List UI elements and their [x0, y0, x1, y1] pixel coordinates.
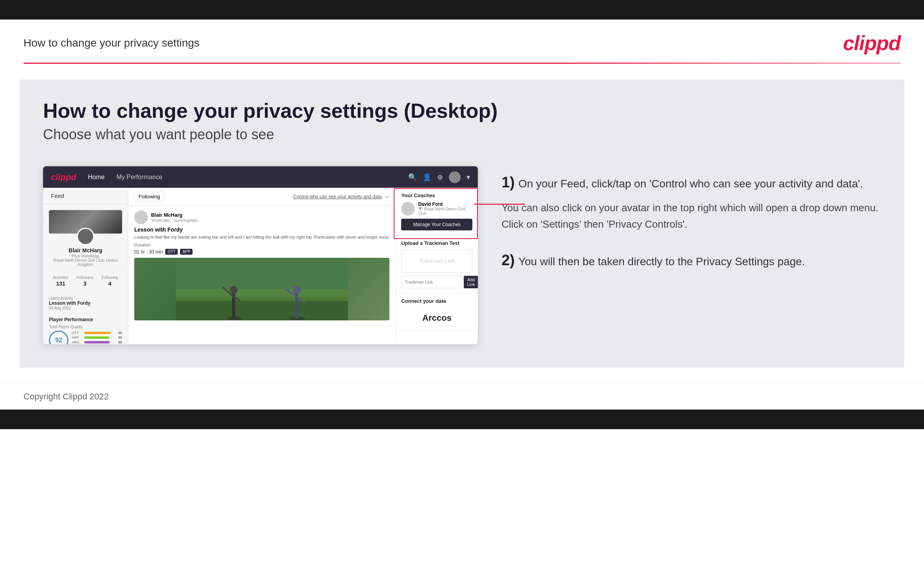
- nav-home[interactable]: Home: [88, 174, 105, 181]
- main-subtitle: Choose what you want people to see: [43, 126, 881, 143]
- stat-following-label: Following: [101, 275, 118, 280]
- page-title: How to change your privacy settings: [23, 37, 200, 49]
- quality-circle: 92: [49, 331, 68, 344]
- coach-item: David Ford 📍 Royal North Devon Golf Club: [401, 201, 472, 216]
- app-body: Feed Blair McHarg Plus Handicap Royal No…: [43, 188, 478, 344]
- feed-tab[interactable]: Feed: [43, 188, 128, 204]
- arrow-right-icon: →: [383, 193, 389, 200]
- trackman-input-row: Add Link: [401, 276, 472, 288]
- search-icon[interactable]: 🔍: [408, 173, 417, 182]
- svg-point-5: [230, 286, 238, 294]
- post-author-avatar: [134, 210, 148, 224]
- main-content: How to change your privacy settings (Des…: [20, 79, 904, 368]
- step1-detail-text: You can also click on your avatar in the…: [501, 200, 881, 232]
- avatar[interactable]: [449, 171, 461, 183]
- post-author-name: Blair McHarg: [151, 212, 198, 218]
- header-divider: [23, 63, 901, 64]
- coach-avatar: [401, 202, 415, 216]
- step1-main-text: On your Feed, click/tap on 'Control who …: [519, 178, 863, 190]
- player-performance: Player Performance Total Player Quality …: [43, 313, 128, 344]
- coach-name: David Ford: [418, 201, 472, 207]
- trackman-section: Upload a Trackman Test Trackman Link Add…: [396, 235, 478, 293]
- svg-marker-14: [523, 203, 525, 205]
- stat-followers-value: 3: [77, 280, 94, 287]
- post-header: Blair McHarg Yesterday · Sunningdale: [134, 210, 389, 224]
- latest-activity-name: Lesson with Fordy: [49, 300, 122, 306]
- svg-point-10: [293, 286, 301, 294]
- stat-following-value: 4: [101, 280, 118, 287]
- stat-activities-label: Activities: [53, 275, 68, 280]
- clippd-logo: clippd: [843, 31, 901, 55]
- trackman-placeholder: Trackman Link: [419, 258, 455, 264]
- bar-ott: OTT 90: [72, 331, 122, 335]
- app-sidebar: Feed Blair McHarg Plus Handicap Royal No…: [43, 188, 128, 344]
- main-title: How to change your privacy settings (Des…: [43, 99, 881, 122]
- instruction-step2: 2) You will then be taken directly to th…: [501, 252, 881, 270]
- trackman-title: Upload a Trackman Test: [401, 240, 472, 246]
- chevron-down-icon[interactable]: ▾: [467, 173, 470, 182]
- profile-handicap: Plus Handicap: [49, 253, 122, 258]
- coaches-section: Your Coaches David Ford 📍 Royal North De…: [396, 188, 478, 235]
- post-description: Looking to feel like my hands are exitin…: [134, 234, 389, 240]
- manage-coaches-button[interactable]: Manage Your Coaches: [401, 219, 472, 230]
- bar-arg: ARG 86: [72, 340, 122, 344]
- latest-activity: Latest Activity Lesson with Fordy 03 Aug…: [43, 293, 128, 313]
- quality-label: Total Player Quality: [49, 325, 122, 329]
- instruction-step1: 1) On your Feed, click/tap on 'Control w…: [501, 174, 881, 232]
- connect-data-title: Connect your data: [401, 298, 472, 304]
- page-footer: Copyright Clippd 2022: [0, 383, 924, 410]
- player-performance-title: Player Performance: [49, 317, 122, 322]
- profile-name: Blair McHarg: [49, 247, 122, 253]
- profile-avatar: [77, 228, 94, 245]
- content-columns: clippd Home My Performance 🔍 👤 ⊕ ▾: [43, 166, 881, 344]
- top-bar: [0, 0, 924, 20]
- app-right-panel: Your Coaches David Ford 📍 Royal North De…: [396, 188, 478, 344]
- following-button[interactable]: Following: [134, 192, 164, 201]
- feed-header: Following Control who can see your activ…: [128, 188, 395, 206]
- instructions-column: 1) On your Feed, click/tap on 'Control w…: [501, 166, 881, 289]
- trackman-link-area: Trackman Link: [401, 249, 472, 273]
- post-author-location: Yesterday · Sunningdale: [151, 218, 198, 223]
- bar-app: APP 85: [72, 336, 122, 340]
- duration-badges-row: 01 hr : 30 min OTT APP: [134, 249, 389, 255]
- control-privacy-link[interactable]: Control who can see your activity and da…: [293, 194, 382, 200]
- bottom-bar: [0, 410, 924, 429]
- stat-followers-label: Followers: [77, 275, 94, 280]
- step2-main-text: You will then be taken directly to the P…: [519, 255, 805, 268]
- perf-row: 92 OTT 90 APP: [49, 331, 122, 344]
- profile-stats: Activities 131 Followers 3 Following 4: [49, 270, 122, 287]
- latest-activity-date: 03 Aug 2022: [49, 306, 122, 310]
- post-title: Lesson with Fordy: [134, 226, 389, 233]
- badge-ott: OTT: [165, 249, 178, 255]
- user-icon[interactable]: 👤: [423, 173, 431, 182]
- post-duration-label: Duration: [134, 243, 389, 247]
- stat-following: Following 4: [101, 273, 118, 287]
- arccos-logo: Arccos: [401, 307, 472, 325]
- nav-icons: 🔍 👤 ⊕ ▾: [408, 171, 470, 183]
- app-navbar: clippd Home My Performance 🔍 👤 ⊕ ▾: [43, 166, 478, 188]
- location-icon: 📍: [418, 207, 423, 211]
- profile-club: Royal North Devon Golf Club, United King…: [49, 258, 122, 267]
- badge-app: APP: [180, 249, 193, 255]
- connect-data-section: Connect your data Arccos: [396, 293, 478, 330]
- plus-icon[interactable]: ⊕: [437, 173, 443, 182]
- stat-activities-value: 131: [53, 280, 68, 287]
- coach-club: 📍 Royal North Devon Golf Club: [418, 207, 472, 216]
- app-main-feed: Following Control who can see your activ…: [128, 188, 396, 344]
- nav-my-performance[interactable]: My Performance: [116, 174, 162, 181]
- coaches-title: Your Coaches: [401, 192, 472, 198]
- latest-activity-label: Latest Activity: [49, 296, 122, 300]
- feed-post: Blair McHarg Yesterday · Sunningdale Les…: [128, 206, 395, 325]
- stat-activities: Activities 131: [53, 273, 68, 287]
- trackman-link-input[interactable]: [401, 276, 462, 288]
- add-link-button[interactable]: Add Link: [464, 276, 478, 288]
- arrow-line-svg: [474, 203, 525, 205]
- duration-value: 01 hr : 30 min: [134, 249, 163, 255]
- page-header: How to change your privacy settings clip…: [0, 20, 924, 63]
- svg-rect-2: [176, 289, 348, 301]
- perf-bars: OTT 90 APP 85: [72, 331, 122, 344]
- app-mockup-wrapper: clippd Home My Performance 🔍 👤 ⊕ ▾: [43, 166, 478, 344]
- step1-number: 1): [501, 174, 515, 191]
- app-logo: clippd: [51, 172, 76, 182]
- app-mockup: clippd Home My Performance 🔍 👤 ⊕ ▾: [43, 166, 478, 344]
